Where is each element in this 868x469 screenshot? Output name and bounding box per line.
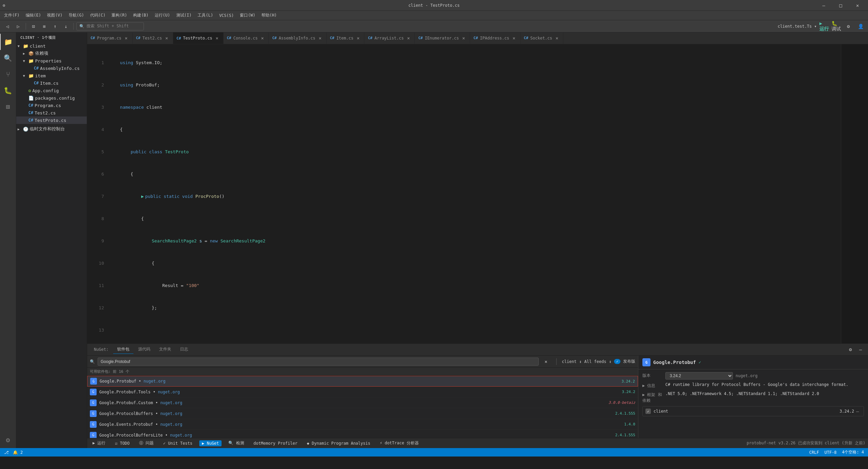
menu-view[interactable]: 视图(V) [44, 12, 65, 19]
back-button[interactable]: ◁ [3, 22, 12, 31]
chevron-right-icon: ▶ [23, 52, 28, 55]
title-bar-controls: — □ ✕ [816, 0, 865, 11]
tab-close-button[interactable]: × [124, 35, 129, 41]
tab-socketcs[interactable]: C# Socket.cs × [520, 32, 563, 44]
menu-help[interactable]: 帮助(H) [259, 12, 280, 19]
code-editor[interactable]: 1 using System.IO; 2 using ProtoBuf; 3 n… [87, 44, 841, 343]
pkg-item-custom[interactable]: G Google.Protobuf.Custom • nuget.org 3.0… [87, 397, 638, 408]
tab-close-button2[interactable]: × [164, 35, 170, 41]
sidebar-item-properties[interactable]: ▼ 📁 Properties [16, 57, 87, 64]
activity-debug[interactable]: 🐛 [0, 82, 16, 99]
activity-explorer[interactable]: 📁 [0, 34, 16, 50]
menu-vcs[interactable]: VCS(S) [216, 12, 236, 19]
tab-assemblyinfocs[interactable]: C# AssemblyInfo.cs × [269, 32, 327, 44]
check-btn[interactable]: 🔍 检测 [226, 440, 247, 447]
close-button[interactable]: ✕ [850, 0, 865, 11]
sidebar-item-item-cs[interactable]: C# Item.cs [16, 79, 87, 87]
nuget-search-clear-button[interactable]: × [541, 357, 551, 366]
tab-close-button7[interactable]: × [406, 35, 411, 41]
tab-close-button9[interactable]: × [511, 35, 517, 41]
sidebar-item-programcs[interactable]: C# Program.cs [16, 102, 87, 109]
panel-settings-button[interactable]: ⚙ [846, 345, 855, 354]
folder-icon2: 📁 [28, 58, 34, 63]
tab-close-button5[interactable]: × [317, 35, 323, 41]
menu-run[interactable]: 运行(U) [152, 12, 173, 19]
sidebar-item-client[interactable]: ▼ 📁 client [16, 42, 87, 50]
run-button[interactable]: ▶ 运行 [819, 22, 829, 31]
tab-testprotocs[interactable]: C# TestProto.cs × [173, 32, 224, 44]
forward-button[interactable]: ▷ [14, 22, 23, 31]
sidebar-item-appconfig[interactable]: ⚙ App.config [16, 87, 87, 94]
tab-itemcs[interactable]: C# Item.cs × [327, 32, 365, 44]
tab-sourcecode[interactable]: 源代码 [134, 345, 154, 354]
menu-refactor[interactable]: 重构(R) [109, 12, 130, 19]
tab-log[interactable]: 日志 [176, 345, 192, 354]
sidebar-item-test2cs[interactable]: C# Test2.cs [16, 109, 87, 116]
sidebar-item-packagesconfig[interactable]: 📄 packages.config [16, 94, 87, 102]
tab-close-button6[interactable]: × [355, 35, 361, 41]
tab-ipaddresscs[interactable]: C# IPAddress.cs × [470, 32, 520, 44]
tab-arraylistcs[interactable]: C# ArrayList.cs × [364, 32, 415, 44]
run-config-select[interactable]: client.test.Ts ▾ [777, 24, 817, 29]
version-select[interactable]: 3.24.2 [665, 372, 733, 380]
todo-btn[interactable]: ☑ TODO [112, 440, 132, 446]
sidebar-header: client · 1个项目 [16, 32, 87, 42]
menu-tools[interactable]: 工具(L) [195, 12, 216, 19]
sidebar-item-testprotocs[interactable]: C# TestProto.cs [16, 116, 87, 124]
activity-search[interactable]: 🔍 [0, 50, 16, 66]
version-control-button[interactable]: ⊡ [29, 22, 38, 31]
menu-nav[interactable]: 导航(G) [66, 12, 87, 19]
tab-test2cs[interactable]: C# Test2.cs × [133, 32, 173, 44]
panel-minimize-button[interactable]: — [856, 345, 865, 354]
nuget-search-input[interactable] [98, 358, 539, 366]
dottrace-btn[interactable]: ⚡ dotTrace 分析器 [377, 440, 421, 447]
maximize-button[interactable]: □ [833, 0, 848, 11]
profile-button[interactable]: ⚙ [844, 22, 853, 31]
sidebar-label-item: item [35, 73, 46, 78]
code-line-12: 12 }; [93, 304, 836, 312]
sidebar-item-temp[interactable]: ▶ 🕐 临时文件和控制台 [16, 125, 87, 133]
menu-test[interactable]: 测试(I) [174, 12, 195, 19]
tab-consolecs[interactable]: C# Console.cs × [224, 32, 269, 44]
menu-window[interactable]: 窗口(W) [237, 12, 258, 19]
menu-build[interactable]: 构建(B) [130, 12, 151, 19]
toolbar-btn3[interactable]: ↑ [50, 22, 60, 31]
version-select-row: 3.24.2 nuget.org [665, 372, 864, 380]
tab-ienumeratorcs[interactable]: C# IEnumerator.cs × [415, 32, 470, 44]
toolbar-btn2[interactable]: ≡ [40, 22, 49, 31]
problems-btn[interactable]: ⓪ 问题 [136, 440, 156, 447]
search-bar[interactable]: 🔍 搜索 Shift + Shift [76, 22, 144, 30]
chevron-down-icon3: ▼ [23, 74, 28, 78]
sidebar-item-dependencies[interactable]: ▶ 📦 依赖项 [16, 50, 87, 57]
run-btn[interactable]: ▶ 运行 [90, 440, 108, 447]
tab-close-button4[interactable]: × [260, 35, 265, 41]
activity-vcs[interactable]: ⑂ [0, 66, 16, 82]
menu-file[interactable]: 文件(F) [1, 12, 22, 19]
activity-settings[interactable]: ⚙ [0, 432, 16, 448]
settings-button[interactable]: 👤 [856, 22, 865, 31]
dotmemory-btn[interactable]: dotMemory Profiler [251, 440, 300, 446]
pkg-item-events[interactable]: G Google.Events.Protobuf • nuget.org 1.4… [87, 419, 638, 430]
pkg-item-tools[interactable]: G Google.Protobuf.Tools • nuget.org 3.24… [87, 387, 638, 397]
sidebar-item-assemblyinfo[interactable]: C# AssemblyInfo.cs [16, 64, 87, 72]
nuget-btn[interactable]: ▶ NuGet [199, 440, 222, 446]
menu-code[interactable]: 代码(C) [87, 12, 108, 19]
remove-button[interactable]: — [854, 408, 861, 415]
toolbar-btn4[interactable]: ↓ [61, 22, 71, 31]
tab-close-button8[interactable]: × [461, 35, 466, 41]
unit-tests-btn[interactable]: ✓ Unit Tests [160, 440, 195, 446]
menu-edit[interactable]: 编辑(E) [23, 12, 44, 19]
sidebar-item-item-folder[interactable]: ▼ 📁 item [16, 72, 87, 79]
tab-programcs[interactable]: C# Program.cs × [87, 32, 133, 44]
debug-button[interactable]: 🐛 调试 [832, 22, 841, 31]
pkg-item-lite[interactable]: G Google.ProtocolBuffersLite • nuget.org… [87, 430, 638, 438]
activity-extensions[interactable]: ⊞ [0, 99, 16, 115]
minimize-button[interactable]: — [816, 0, 832, 11]
tab-close-button10[interactable]: × [554, 35, 560, 41]
tab-folder[interactable]: 文件夹 [155, 345, 175, 354]
pkg-item-protocolbuffers[interactable]: G Google.ProtocolBuffers • nuget.org 2.4… [87, 408, 638, 419]
tab-close-button3[interactable]: × [214, 35, 220, 41]
tab-packages[interactable]: 软件包 [113, 345, 133, 354]
dynamic-program-btn[interactable]: ◆ Dynamic Program Analysis [304, 440, 373, 446]
pkg-item-google-protobuf[interactable]: G Google.Protobuf • nuget.org 3.24.2 [87, 376, 638, 387]
